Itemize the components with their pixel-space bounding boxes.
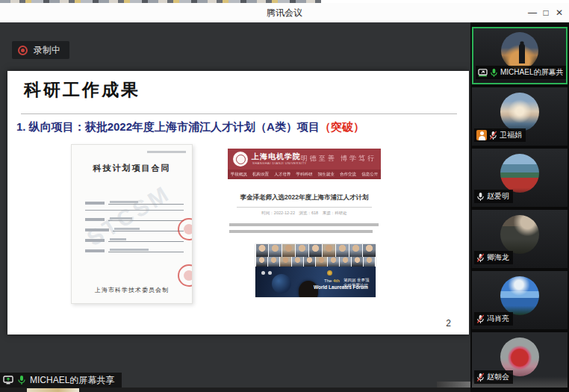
avatar bbox=[500, 93, 539, 131]
banner-line1: The 4th bbox=[324, 279, 340, 283]
university-name-en: SHANGHAI DIANJI UNIVERSITY bbox=[252, 161, 307, 165]
article-meta: 时间：2022-12-22 浏览：618 来源：科研处 bbox=[228, 211, 381, 216]
participant-name-bar: 冯肖亮 bbox=[474, 312, 513, 326]
recording-indicator: 录制中 bbox=[12, 41, 69, 59]
avatar bbox=[500, 276, 539, 315]
slide-bullet-1: 1. 纵向项目：获批2022年度上海市浦江人才计划（A类）项目（突破） bbox=[16, 120, 364, 134]
video-grid-faces-row bbox=[255, 257, 376, 267]
webpage-nav-item: 机构设置 bbox=[252, 172, 269, 177]
contract-doc-number-line bbox=[147, 151, 186, 153]
microphone-icon bbox=[476, 192, 485, 202]
article-body-line bbox=[229, 230, 373, 233]
microphone-muted-icon bbox=[476, 314, 485, 324]
article-title: 李金泽老师入选2022年度上海市浦江人才计划 bbox=[228, 193, 381, 202]
avatar bbox=[500, 154, 539, 193]
contract-field-row bbox=[85, 217, 184, 221]
microphone-muted-icon bbox=[489, 131, 497, 140]
banner-chinese-title: 第四届 世界顶尖科学家论坛 bbox=[343, 278, 373, 288]
forum-banner: The 4th World Laureates Forum 第四届 世界顶尖科学… bbox=[255, 267, 376, 297]
article-divider bbox=[237, 207, 372, 208]
contract-document-image: 科技计划项目合同 STCSM 上海市科学技术委员会制 bbox=[71, 144, 193, 304]
person-badge-icon bbox=[476, 130, 487, 140]
participant-tile[interactable]: 赵朝会 bbox=[472, 332, 568, 388]
contract-field-row bbox=[85, 248, 184, 252]
webpage-nav-item: 信息公开 bbox=[361, 172, 378, 177]
participant-name-bar: 卿海龙 bbox=[474, 251, 513, 264]
webpage-header: 上海电机学院 SHANGHAI DIANJI UNIVERSITY 明德至善 博… bbox=[228, 149, 381, 169]
participant-tile-michael[interactable]: MICHAEL的屏幕共享 bbox=[472, 27, 568, 84]
university-webpage-image: 上海电机学院 SHANGHAI DIANJI UNIVERSITY 明德至善 博… bbox=[228, 149, 381, 242]
webpage-nav-item: 人才培养 bbox=[274, 172, 290, 177]
window-title: 腾讯会议 bbox=[267, 7, 302, 19]
shared-screen-area: 录制中 科研工作成果 1. 纵向项目：获批2022年度上海市浦江人才计划（A类）… bbox=[0, 22, 470, 392]
microphone-muted-icon bbox=[476, 253, 485, 263]
slide-title-underline bbox=[21, 113, 457, 114]
screen-share-label: MICHAEL的屏幕共享 bbox=[0, 373, 122, 388]
participant-tile[interactable]: 卫福娟 bbox=[472, 87, 568, 146]
participant-name-bar: 赵爱明 bbox=[474, 190, 513, 203]
participant-name-bar: 赵朝会 bbox=[474, 370, 513, 384]
slide-page-number: 2 bbox=[446, 318, 451, 329]
presentation-slide: 科研工作成果 1. 纵向项目：获批2022年度上海市浦江人才计划（A类）项目（突… bbox=[7, 71, 469, 335]
article-body-line bbox=[229, 223, 379, 226]
microphone-on-icon bbox=[490, 68, 498, 78]
slide-title: 科研工作成果 bbox=[24, 78, 140, 102]
participant-name: MICHAEL的屏幕共享 bbox=[500, 67, 563, 78]
window-controls: — □ ✕ bbox=[526, 3, 566, 22]
participant-name: 卿海龙 bbox=[487, 252, 509, 263]
webpage-nav-item: 学校概况 bbox=[231, 172, 247, 177]
video-grid-faces-row bbox=[255, 244, 376, 257]
webpage-nav-item: 合作交流 bbox=[340, 172, 356, 177]
screen-share-icon bbox=[3, 376, 13, 385]
bottom-desktop-strip bbox=[0, 388, 470, 392]
record-dot-icon bbox=[18, 46, 28, 55]
forum-logo-icon bbox=[327, 270, 332, 276]
webpage-navbar: 学校概况 机构设置 人才培养 学科科研 招生就业 合作交流 信息公开 bbox=[228, 169, 381, 179]
participant-name-bar: 卫福娟 bbox=[474, 128, 526, 142]
recording-label: 录制中 bbox=[34, 44, 60, 57]
slide-bullet-1-highlight: （突破） bbox=[320, 120, 364, 133]
screen-share-label-text: MICHAEL的屏幕共享 bbox=[30, 374, 114, 387]
participants-sidebar: MICHAEL的屏幕共享 卫福娟 赵爱明 bbox=[470, 22, 569, 392]
avatar bbox=[501, 32, 538, 69]
university-motto: 明德至善 博学笃行 bbox=[301, 154, 376, 164]
red-seal-stamp bbox=[178, 264, 193, 287]
microphone-muted-icon bbox=[476, 373, 485, 382]
banner-logos bbox=[261, 271, 272, 275]
contract-field-extra-line bbox=[85, 208, 184, 211]
close-button[interactable]: ✕ bbox=[553, 3, 566, 22]
participant-name: 赵朝会 bbox=[487, 372, 509, 382]
maximize-button[interactable]: □ bbox=[539, 3, 553, 22]
contract-field-row bbox=[85, 200, 184, 205]
university-logo-icon bbox=[233, 152, 248, 167]
webpage-nav-item: 招生就业 bbox=[318, 172, 335, 177]
contract-field-row bbox=[85, 227, 184, 231]
avatar bbox=[500, 215, 539, 254]
webpage-nav-item: 学科科研 bbox=[296, 172, 312, 177]
contract-footer: 上海市科学技术委员会制 bbox=[72, 286, 192, 294]
screen-share-icon bbox=[478, 69, 488, 77]
university-name: 上海电机学院 bbox=[252, 152, 301, 162]
contract-field-row bbox=[85, 237, 184, 242]
tencent-meeting-window: 腾讯会议 — □ ✕ 录制中 科研工作成果 1. 纵向项目：获批2022年度上海… bbox=[0, 0, 569, 392]
participant-name: 卫福娟 bbox=[500, 130, 522, 140]
window-titlebar[interactable]: 腾讯会议 — □ ✕ bbox=[0, 3, 569, 22]
participant-tile[interactable]: 卿海龙 bbox=[472, 210, 568, 268]
contract-form-fields bbox=[85, 200, 184, 258]
participant-tile[interactable]: 赵爱明 bbox=[472, 149, 568, 207]
slide-bullet-1-text: 1. 纵向项目：获批2022年度上海市浦江人才计划（A类）项目 bbox=[16, 120, 320, 133]
banner-globe-graphic bbox=[272, 274, 291, 293]
microphone-icon bbox=[17, 375, 26, 385]
contract-title: 科技计划项目合同 bbox=[72, 163, 192, 174]
participant-name: 冯肖亮 bbox=[487, 314, 509, 324]
participant-name-bar: MICHAEL的屏幕共享 bbox=[476, 66, 567, 79]
participant-name: 赵爱明 bbox=[487, 191, 509, 202]
minimize-button[interactable]: — bbox=[526, 3, 539, 22]
forum-photo-image: The 4th World Laureates Forum 第四届 世界顶尖科学… bbox=[255, 244, 376, 297]
participant-tile[interactable]: 冯肖亮 bbox=[472, 271, 568, 329]
desktop-peek bbox=[27, 388, 79, 392]
